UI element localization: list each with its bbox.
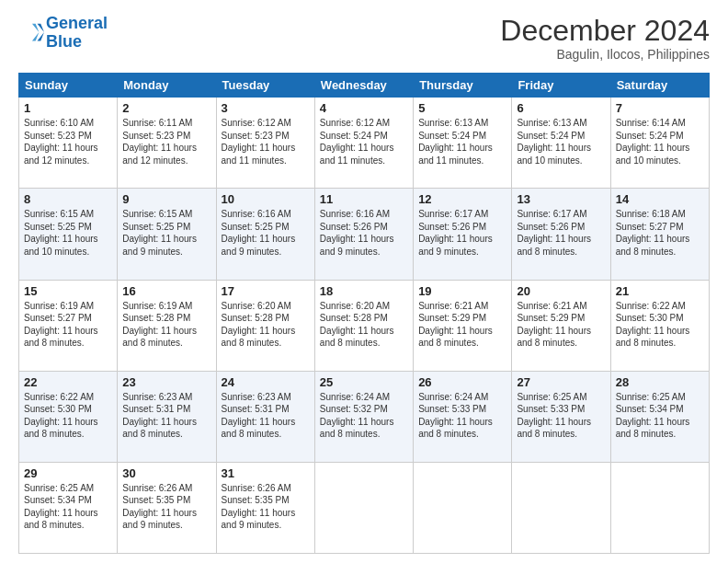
cell-content: Sunrise: 6:12 AM Sunset: 5:24 PM Dayligh… [320,117,408,167]
day-number: 23 [122,375,210,389]
logo-text: General Blue [46,15,108,52]
cell-content: Sunrise: 6:12 AM Sunset: 5:23 PM Dayligh… [222,117,310,167]
cell-content: Sunrise: 6:22 AM Sunset: 5:30 PM Dayligh… [616,300,704,350]
location: Bagulin, Ilocos, Philippines [500,47,710,62]
day-number: 21 [616,284,704,298]
calendar-cell: 3Sunrise: 6:12 AM Sunset: 5:23 PM Daylig… [216,98,314,189]
cell-content: Sunrise: 6:15 AM Sunset: 5:25 PM Dayligh… [24,208,112,258]
calendar-cell: 9Sunrise: 6:15 AM Sunset: 5:25 PM Daylig… [118,189,216,280]
cell-content: Sunrise: 6:10 AM Sunset: 5:23 PM Dayligh… [24,117,112,167]
cell-content: Sunrise: 6:16 AM Sunset: 5:25 PM Dayligh… [222,208,310,258]
calendar-cell: 18Sunrise: 6:20 AM Sunset: 5:28 PM Dayli… [314,280,413,371]
calendar-cell: 29Sunrise: 6:25 AM Sunset: 5:34 PM Dayli… [19,462,118,553]
calendar: Sunday Monday Tuesday Wednesday Thursday… [18,73,710,554]
day-number: 12 [418,192,506,206]
cell-content: Sunrise: 6:16 AM Sunset: 5:26 PM Dayligh… [320,208,408,258]
calendar-cell [314,462,413,553]
day-number: 19 [418,284,506,298]
cell-content: Sunrise: 6:15 AM Sunset: 5:25 PM Dayligh… [122,208,210,258]
calendar-cell: 26Sunrise: 6:24 AM Sunset: 5:33 PM Dayli… [414,371,512,462]
calendar-cell: 23Sunrise: 6:23 AM Sunset: 5:31 PM Dayli… [118,371,216,462]
cell-content: Sunrise: 6:22 AM Sunset: 5:30 PM Dayligh… [24,391,112,441]
calendar-cell: 28Sunrise: 6:25 AM Sunset: 5:34 PM Dayli… [610,371,709,462]
day-number: 6 [517,101,605,115]
cell-content: Sunrise: 6:18 AM Sunset: 5:27 PM Dayligh… [616,208,704,258]
week-row-1: 1Sunrise: 6:10 AM Sunset: 5:23 PM Daylig… [19,98,710,189]
calendar-header: Sunday Monday Tuesday Wednesday Thursday… [19,74,710,98]
header: General Blue December 2024 Bagulin, Iloc… [18,15,710,62]
cell-content: Sunrise: 6:23 AM Sunset: 5:31 PM Dayligh… [122,391,210,441]
cell-content: Sunrise: 6:24 AM Sunset: 5:32 PM Dayligh… [320,391,408,441]
calendar-cell: 7Sunrise: 6:14 AM Sunset: 5:24 PM Daylig… [610,98,709,189]
col-sunday: Sunday [19,74,118,98]
week-row-5: 29Sunrise: 6:25 AM Sunset: 5:34 PM Dayli… [19,462,710,553]
cell-content: Sunrise: 6:19 AM Sunset: 5:28 PM Dayligh… [122,300,210,350]
calendar-cell: 12Sunrise: 6:17 AM Sunset: 5:26 PM Dayli… [414,189,512,280]
day-number: 13 [517,192,605,206]
calendar-cell [512,462,610,553]
day-number: 15 [24,284,112,298]
day-number: 18 [320,284,408,298]
header-row: Sunday Monday Tuesday Wednesday Thursday… [19,74,710,98]
logo: General Blue [18,15,108,52]
calendar-cell: 10Sunrise: 6:16 AM Sunset: 5:25 PM Dayli… [216,189,314,280]
day-number: 3 [222,101,310,115]
month-title: December 2024 [500,15,710,47]
calendar-cell: 24Sunrise: 6:23 AM Sunset: 5:31 PM Dayli… [216,371,314,462]
calendar-cell: 19Sunrise: 6:21 AM Sunset: 5:29 PM Dayli… [414,280,512,371]
week-row-3: 15Sunrise: 6:19 AM Sunset: 5:27 PM Dayli… [19,280,710,371]
col-friday: Friday [512,74,610,98]
calendar-body: 1Sunrise: 6:10 AM Sunset: 5:23 PM Daylig… [19,98,710,554]
calendar-cell: 11Sunrise: 6:16 AM Sunset: 5:26 PM Dayli… [314,189,413,280]
day-number: 25 [320,375,408,389]
col-monday: Monday [118,74,216,98]
day-number: 7 [616,101,704,115]
cell-content: Sunrise: 6:20 AM Sunset: 5:28 PM Dayligh… [222,300,310,350]
calendar-cell: 16Sunrise: 6:19 AM Sunset: 5:28 PM Dayli… [118,280,216,371]
day-number: 4 [320,101,408,115]
calendar-cell [610,462,709,553]
day-number: 29 [24,466,112,480]
col-thursday: Thursday [414,74,512,98]
calendar-cell: 25Sunrise: 6:24 AM Sunset: 5:32 PM Dayli… [314,371,413,462]
calendar-cell [414,462,512,553]
calendar-cell: 30Sunrise: 6:26 AM Sunset: 5:35 PM Dayli… [118,462,216,553]
cell-content: Sunrise: 6:19 AM Sunset: 5:27 PM Dayligh… [24,300,112,350]
day-number: 16 [122,284,210,298]
cell-content: Sunrise: 6:20 AM Sunset: 5:28 PM Dayligh… [320,300,408,350]
day-number: 26 [418,375,506,389]
calendar-cell: 15Sunrise: 6:19 AM Sunset: 5:27 PM Dayli… [19,280,118,371]
calendar-cell: 4Sunrise: 6:12 AM Sunset: 5:24 PM Daylig… [314,98,413,189]
cell-content: Sunrise: 6:25 AM Sunset: 5:34 PM Dayligh… [616,391,704,441]
week-row-4: 22Sunrise: 6:22 AM Sunset: 5:30 PM Dayli… [19,371,710,462]
svg-marker-1 [32,24,39,41]
calendar-cell: 1Sunrise: 6:10 AM Sunset: 5:23 PM Daylig… [19,98,118,189]
col-wednesday: Wednesday [314,74,413,98]
col-saturday: Saturday [610,74,709,98]
calendar-cell: 17Sunrise: 6:20 AM Sunset: 5:28 PM Dayli… [216,280,314,371]
calendar-cell: 13Sunrise: 6:17 AM Sunset: 5:26 PM Dayli… [512,189,610,280]
day-number: 2 [122,101,210,115]
cell-content: Sunrise: 6:25 AM Sunset: 5:34 PM Dayligh… [24,482,112,532]
day-number: 27 [517,375,605,389]
cell-content: Sunrise: 6:26 AM Sunset: 5:35 PM Dayligh… [222,482,310,532]
title-block: December 2024 Bagulin, Ilocos, Philippin… [500,15,710,62]
cell-content: Sunrise: 6:25 AM Sunset: 5:33 PM Dayligh… [517,391,605,441]
day-number: 1 [24,101,112,115]
cell-content: Sunrise: 6:11 AM Sunset: 5:23 PM Dayligh… [122,117,210,167]
day-number: 20 [517,284,605,298]
day-number: 31 [222,466,310,480]
calendar-cell: 22Sunrise: 6:22 AM Sunset: 5:30 PM Dayli… [19,371,118,462]
week-row-2: 8Sunrise: 6:15 AM Sunset: 5:25 PM Daylig… [19,189,710,280]
col-tuesday: Tuesday [216,74,314,98]
calendar-cell: 14Sunrise: 6:18 AM Sunset: 5:27 PM Dayli… [610,189,709,280]
calendar-cell: 20Sunrise: 6:21 AM Sunset: 5:29 PM Dayli… [512,280,610,371]
calendar-cell: 5Sunrise: 6:13 AM Sunset: 5:24 PM Daylig… [414,98,512,189]
day-number: 30 [122,466,210,480]
calendar-cell: 2Sunrise: 6:11 AM Sunset: 5:23 PM Daylig… [118,98,216,189]
cell-content: Sunrise: 6:21 AM Sunset: 5:29 PM Dayligh… [517,300,605,350]
page: General Blue December 2024 Bagulin, Iloc… [0,0,728,563]
day-number: 9 [122,192,210,206]
calendar-cell: 8Sunrise: 6:15 AM Sunset: 5:25 PM Daylig… [19,189,118,280]
day-number: 22 [24,375,112,389]
